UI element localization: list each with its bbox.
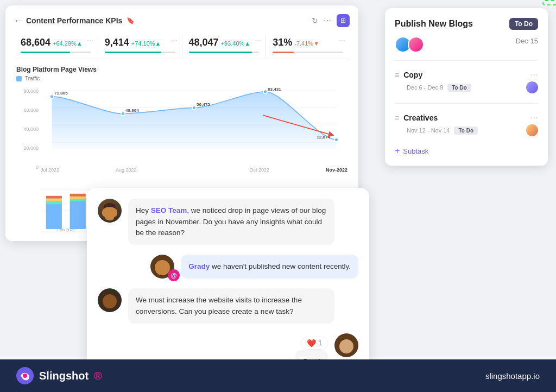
add-subtask-button[interactable]: + Subtask (395, 146, 538, 156)
task-avatars (395, 36, 424, 53)
area-chart: 80,000 60,000 40,000 20,000 0 (16, 86, 348, 173)
area-chart-svg: 71,805 48,964 56,475 83,431 12,874 (41, 86, 348, 162)
metric-3: ⋯ 48,047+93.40%▲ (182, 35, 267, 59)
task-panel-date: Dec 15 (516, 37, 538, 45)
brand-name: Slingshot (39, 370, 89, 382)
chat-avatar-3 (98, 288, 122, 312)
task-item-copy-row: ≡ Copy (395, 71, 422, 79)
metric-dots-3[interactable]: ⋯ (255, 37, 261, 45)
svg-rect-21 (46, 203, 62, 229)
chat-bubble-1: Hey SEO Team, we noticed drop in page vi… (128, 199, 334, 245)
x-axis: Jul 2022 Aug 2022 Oct 2022 Nov-2022 (41, 167, 348, 173)
at-mention-badge: @ (168, 269, 180, 281)
reaction-count: 1 (318, 339, 322, 347)
chat-text-2: we haven't published new content recentl… (210, 262, 351, 270)
metric-dots-4[interactable]: ⋯ (339, 37, 345, 45)
copy-task-name: Copy (403, 71, 422, 79)
active-view-button[interactable]: ⊞ (337, 14, 350, 27)
metric-change-4: -7.41%▼ (294, 40, 319, 47)
chart-legend: Traffic (16, 75, 348, 81)
kpi-actions: ↻ ⋯ ⊞ (312, 14, 350, 27)
task-item-creatives: ≡ Creatives ⋯ Nov 12 - Nov 14 To Do (395, 109, 538, 141)
brand-trademark: ® (94, 370, 102, 382)
svg-text:12,874: 12,874 (317, 135, 330, 140)
metric-value-3: 48,047 (189, 37, 219, 48)
chat-message-3: We must increase the website visits to i… (98, 288, 358, 324)
avatar-wrapper-2: @ (150, 255, 174, 279)
task-meta-copy: Dec 6 - Dec 9 To Do (407, 81, 538, 93)
reaction-emoji: ❤️ (307, 339, 316, 347)
svg-point-9 (263, 90, 267, 93)
chat-text-3: We must increase the website visits to i… (136, 296, 302, 315)
copy-task-icon: ≡ (395, 71, 399, 79)
legend-label: Traffic (25, 75, 40, 81)
creatives-dates: Nov 12 - Nov 14 (407, 127, 450, 134)
footer-bar: Slingshot ® slingshotapp.io (0, 359, 556, 392)
kpi-title: Content Performance KPIs (26, 16, 122, 25)
svg-text:83,431: 83,431 (268, 87, 281, 92)
svg-point-7 (121, 112, 125, 116)
chat-bubble-3: We must increase the website visits to i… (128, 288, 334, 324)
area-chart-title: Blog Platform Page Views (16, 66, 348, 73)
metric-value-2: 9,414 (105, 37, 129, 48)
metric-dots-1[interactable]: ⋯ (87, 37, 93, 45)
copy-status[interactable]: To Do (447, 84, 471, 92)
kpi-title-row: ← Content Performance KPIs 🔖 (14, 16, 135, 25)
chat-bubble-2: Grady we haven't published new content r… (181, 255, 358, 279)
reaction-bar[interactable]: ❤️ 1 (301, 337, 328, 350)
metric-dots-2[interactable]: ⋯ (171, 37, 178, 45)
creatives-task-icon: ≡ (395, 113, 399, 122)
chat-avatar-4 (334, 333, 358, 357)
bookmark-icon: 🔖 (127, 17, 135, 24)
chat-avatar-1 (98, 199, 122, 223)
slingshot-logo-icon (16, 367, 34, 384)
copy-dates: Dec 6 - Dec 9 (407, 84, 443, 91)
copy-task-more[interactable]: ⋯ (530, 71, 538, 79)
chat-message-2: Grady we haven't published new content r… (98, 255, 358, 279)
svg-point-1 (23, 374, 27, 378)
task-todo-badge[interactable]: To Do (509, 18, 538, 30)
task-divider-1 (395, 60, 538, 61)
more-options-button[interactable]: ⋯ (324, 16, 331, 25)
metric-change-1: +64.29%▲ (53, 40, 83, 47)
task-item-copy-header: ≡ Copy ⋯ (395, 71, 538, 79)
task-item-creatives-row: ≡ Creatives (395, 113, 438, 122)
svg-point-6 (50, 94, 54, 98)
task-header-row: Dec 15 (395, 36, 538, 53)
metric-4: ⋯ 31%-7.41%▼ (266, 35, 350, 59)
svg-rect-25 (70, 200, 86, 230)
task-panel: Publish New Blogs To Do Dec 15 ≡ Copy ⋯ … (385, 8, 548, 166)
refresh-button[interactable]: ↻ (312, 16, 318, 25)
svg-text:56,475: 56,475 (197, 102, 210, 107)
metric-1: ⋯ 68,604+64.29%▲ (14, 35, 98, 59)
metric-change-2: +74.10%▲ (131, 40, 161, 47)
chat-text-prefix-1: Hey (136, 206, 151, 214)
task-panel-header: Publish New Blogs To Do (395, 18, 538, 30)
svg-point-10 (334, 138, 338, 142)
kpi-metrics-row: ⋯ 68,604+64.29%▲ ⋯ 9,414+74.10%▲ ⋯ 48,04… (14, 35, 350, 59)
svg-text:71,805: 71,805 (54, 91, 68, 96)
svg-point-8 (192, 106, 196, 110)
subtask-label: Subtask (403, 147, 428, 155)
back-button[interactable]: ← (14, 16, 22, 25)
task-item-copy: ≡ Copy ⋯ Dec 6 - Dec 9 To Do (395, 66, 538, 98)
svg-rect-28 (70, 194, 86, 197)
y-axis: 80,000 60,000 40,000 20,000 0 (16, 86, 41, 173)
chat-message-1: Hey SEO Team, we noticed drop in page vi… (98, 199, 358, 245)
footer-logo: Slingshot ® (16, 367, 102, 384)
chat-mention-2: Grady (188, 262, 210, 270)
copy-user-avatar (526, 81, 538, 93)
task-item-creatives-header: ≡ Creatives ⋯ (395, 113, 538, 122)
metric-change-3: +93.40%▲ (221, 40, 251, 47)
svg-rect-24 (46, 196, 62, 199)
task-meta-creatives: Nov 12 - Nov 14 To Do (407, 124, 538, 136)
task-divider-2 (395, 103, 538, 104)
metric-2: ⋯ 9,414+74.10%▲ (98, 35, 182, 59)
svg-text:48,964: 48,964 (125, 108, 139, 113)
subtask-plus-icon: + (395, 146, 400, 156)
chat-mention-1: SEO Team (151, 206, 187, 214)
task-avatar-2 (408, 36, 424, 53)
creatives-task-more[interactable]: ⋯ (530, 113, 538, 122)
creatives-status[interactable]: To Do (454, 127, 478, 135)
creatives-user-avatar (526, 124, 538, 136)
